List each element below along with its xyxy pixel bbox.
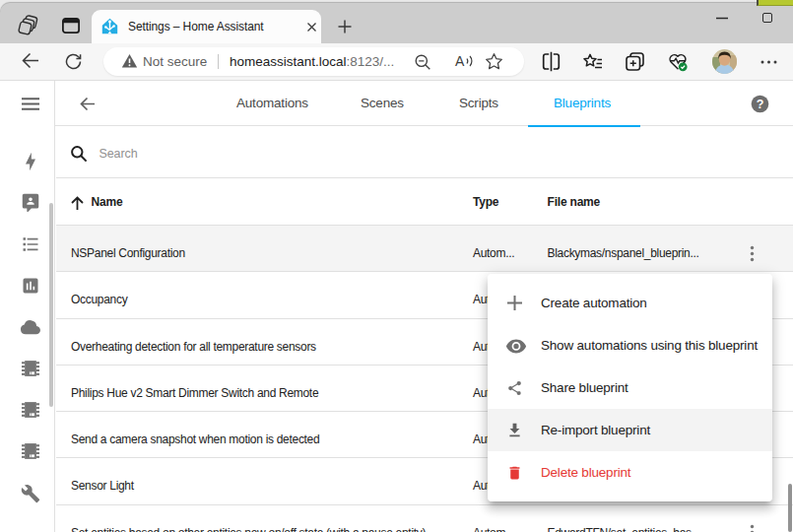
- svg-text:?: ?: [757, 97, 764, 110]
